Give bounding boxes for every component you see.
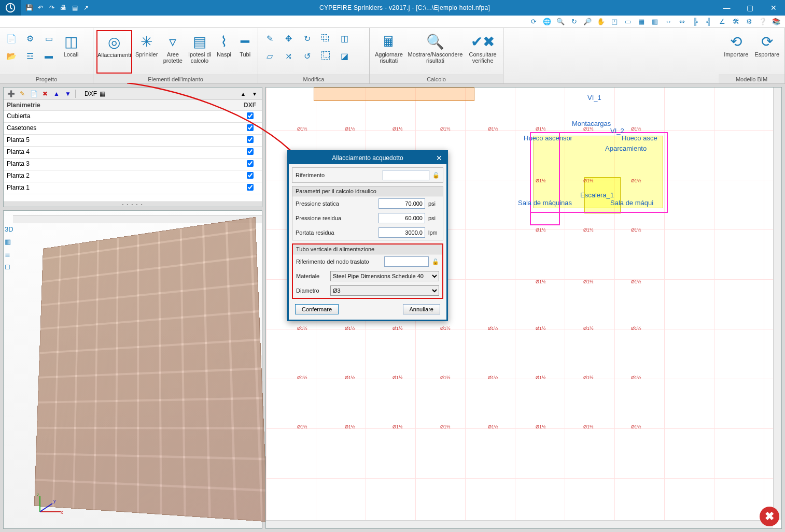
table-row[interactable]: Planta 1 — [4, 182, 262, 194]
layers2-icon[interactable]: ▦ — [98, 90, 106, 98]
lock2-icon[interactable]: 🔓 — [432, 258, 439, 265]
naspi-button[interactable]: ⌇ Naspi — [215, 30, 234, 74]
portata-residua-input[interactable] — [379, 227, 425, 238]
error-badge-icon[interactable]: ✖ — [760, 507, 779, 526]
beam-icon[interactable]: ▬ — [40, 48, 57, 64]
measure2-icon[interactable]: ⇔ — [677, 17, 686, 26]
move-icon[interactable]: ✥ — [280, 30, 297, 47]
mostrare-nascondere-button[interactable]: 🔍 Mostrare/Nascondere risultati — [407, 30, 464, 74]
ruler2-icon[interactable]: ╣ — [704, 17, 713, 26]
dxf-checkbox[interactable] — [247, 172, 254, 179]
zoom-out-icon[interactable]: 🔎 — [583, 17, 592, 26]
edit-icon[interactable]: ✎ — [18, 90, 26, 98]
dxf-checkbox[interactable] — [247, 124, 254, 131]
dxf-checkbox[interactable] — [247, 148, 254, 155]
view-layers-icon[interactable]: ≣ — [5, 250, 14, 260]
view-ortho-icon[interactable]: ▥ — [5, 238, 14, 247]
dialog-close-button[interactable]: ✕ — [434, 153, 444, 163]
move2-icon[interactable]: ⤨ — [280, 48, 297, 64]
materiale-select[interactable]: Steel Pipe Dimensions Schedule 40 — [330, 271, 439, 281]
table-row[interactable]: Planta 3 — [4, 159, 262, 170]
rotate-icon[interactable]: ⟳ — [529, 17, 538, 26]
up-icon[interactable]: ▲ — [52, 90, 61, 98]
view-box-icon[interactable]: ◻ — [5, 263, 14, 272]
copy1-icon[interactable]: ⿻ — [317, 30, 334, 47]
rotate1-icon[interactable]: ↻ — [299, 30, 315, 47]
annullare-button[interactable]: Annullare — [403, 304, 440, 314]
diametro-select[interactable]: Ø3 — [330, 285, 439, 296]
help-icon[interactable]: ❔ — [758, 17, 767, 26]
dxf-checkbox[interactable] — [247, 112, 254, 119]
ruler1-icon[interactable]: ╠ — [691, 17, 700, 26]
delete-icon[interactable]: ✖ — [41, 90, 49, 98]
print-icon[interactable]: 🖶 — [59, 4, 67, 12]
canvas-vscroll[interactable] — [773, 88, 781, 520]
dxf-icon[interactable]: DXF — [87, 90, 95, 98]
new-project-icon[interactable]: 📄 — [3, 30, 20, 47]
list-project-icon[interactable]: ☲ — [22, 48, 38, 64]
group-icon[interactable]: ◫ — [336, 30, 353, 47]
allacciamenti-button[interactable]: ◎ Allacciamenti — [96, 30, 132, 74]
dxf-checkbox[interactable] — [247, 184, 254, 191]
dxf-checkbox[interactable] — [247, 136, 254, 143]
view3d-icon[interactable]: 3D — [5, 225, 14, 235]
undo-icon[interactable]: ↶ — [36, 4, 45, 12]
panel-resize-handle[interactable]: • • • • • — [4, 202, 262, 207]
pan-icon[interactable]: ✋ — [596, 17, 606, 26]
collapse-down-icon[interactable]: ▾ — [250, 90, 259, 98]
building-model[interactable] — [34, 217, 268, 522]
table-row[interactable]: Planta 5 — [4, 135, 262, 147]
export-icon[interactable]: ↗ — [82, 4, 90, 12]
zoom-in-icon[interactable]: 🔍 — [556, 17, 565, 26]
minimize-button[interactable]: — — [715, 0, 738, 16]
importare-button[interactable]: ⟲ Importare — [722, 30, 751, 74]
copy2-icon[interactable]: ⿺ — [317, 48, 334, 64]
ungroup-icon[interactable]: ◪ — [336, 48, 353, 64]
table-row[interactable]: Casetones — [4, 123, 262, 135]
copy-icon[interactable]: 📄 — [30, 90, 38, 98]
edit1-icon[interactable]: ✎ — [261, 30, 278, 47]
grid-icon[interactable]: ▦ — [637, 17, 646, 26]
grid2-icon[interactable]: ▥ — [650, 17, 660, 26]
window-icon[interactable]: ◰ — [610, 17, 619, 26]
erase-icon[interactable]: ▱ — [261, 48, 278, 64]
save-icon[interactable]: 💾 — [25, 4, 33, 12]
refresh-icon[interactable]: ↻ — [569, 17, 579, 26]
layers-icon[interactable]: ▤ — [71, 4, 79, 12]
ipotesi-calcolo-button[interactable]: ▤ Ipotesi di calcolo — [187, 30, 212, 74]
table-row[interactable]: Planta 2 — [4, 170, 262, 182]
redo-icon[interactable]: ↷ — [48, 4, 56, 12]
collapse-up-icon[interactable]: ▴ — [239, 90, 247, 98]
globe-icon[interactable]: 🌐 — [542, 17, 552, 26]
maximize-button[interactable]: ▢ — [738, 0, 762, 16]
down-icon[interactable]: ▼ — [64, 90, 72, 98]
add-icon[interactable]: ➕ — [7, 90, 15, 98]
consultare-verifiche-button[interactable]: ✔✖ Consultare verifiche — [466, 30, 500, 74]
measure1-icon[interactable]: ↔ — [664, 17, 673, 26]
tubi-button[interactable]: ━ Tubi — [235, 30, 255, 74]
confermare-button[interactable]: Confermare — [295, 304, 339, 314]
settings-icon[interactable]: ⚙ — [745, 17, 754, 26]
table-row[interactable]: Cubierta — [4, 111, 262, 123]
sprinkler-button[interactable]: ✳ Sprinkler — [134, 30, 159, 74]
table-row[interactable]: Planta 4 — [4, 147, 262, 159]
esportare-button[interactable]: ⟳ Esportare — [753, 30, 782, 74]
dxf-checkbox[interactable] — [247, 160, 254, 167]
rotate2-icon[interactable]: ↺ — [299, 48, 315, 64]
pressione-statica-input[interactable] — [379, 198, 425, 209]
tools-icon[interactable]: 🛠 — [731, 17, 740, 26]
locali-button[interactable]: ◫ Locali — [59, 30, 83, 74]
nodo-traslato-input[interactable] — [384, 256, 429, 267]
books-icon[interactable]: 📚 — [772, 17, 781, 26]
canvas-hscroll[interactable] — [266, 520, 773, 528]
settings-project-icon[interactable]: ⚙ — [22, 30, 38, 47]
frame-icon[interactable]: ▭ — [623, 17, 633, 26]
aggiornare-risultati-button[interactable]: 🖩 Aggiornare risultati — [373, 30, 405, 74]
lock-icon[interactable]: 🔓 — [432, 172, 440, 179]
pressione-residua-input[interactable] — [379, 213, 425, 223]
angle-icon[interactable]: ∠ — [718, 17, 727, 26]
open-project-icon[interactable]: 📂 — [3, 48, 20, 64]
close-button[interactable]: ✕ — [762, 0, 785, 16]
riferimento-input[interactable] — [383, 170, 429, 180]
slab-icon[interactable]: ▭ — [40, 30, 57, 47]
